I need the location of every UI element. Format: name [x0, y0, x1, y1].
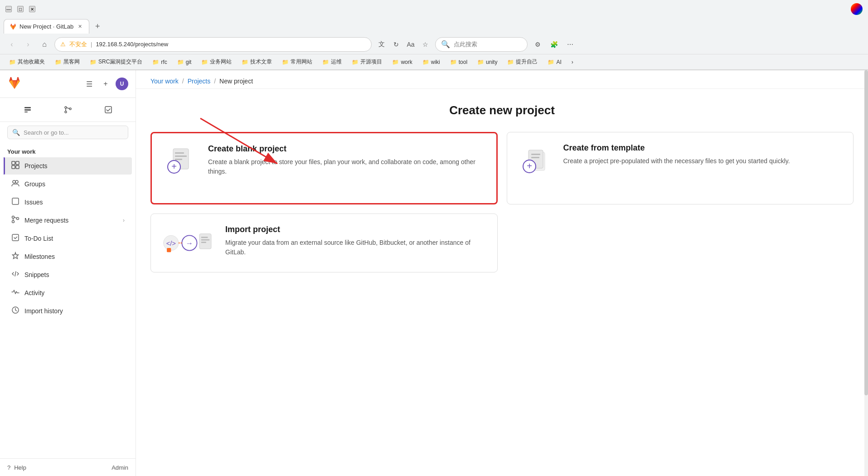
bookmark-commonweb[interactable]: 📁 常用网站 — [278, 57, 316, 67]
bookmark-git[interactable]: 📁 git — [174, 58, 195, 67]
sidebar-item-todo-list[interactable]: To-Do List — [4, 230, 132, 247]
bookmark-ai[interactable]: 📁 AI — [544, 58, 565, 67]
home-button[interactable]: ⌂ — [38, 38, 51, 51]
svg-point-3 — [65, 107, 67, 108]
bookmark-ops[interactable]: 📁 运维 — [319, 57, 345, 67]
sidebar-item-projects[interactable]: Projects — [4, 157, 132, 175]
reload-button[interactable]: ↻ — [390, 38, 402, 51]
scrollbar-thumb[interactable] — [864, 70, 868, 395]
address-bar: ‹ › ⌂ ⚠ 不安全 | 192.168.5.240/projects/new… — [0, 34, 868, 54]
sidebar-item-milestones[interactable]: Milestones — [4, 248, 132, 265]
bookmark-hackerweb[interactable]: 📁 黑客网 — [51, 57, 83, 67]
forward-button[interactable]: › — [22, 38, 34, 51]
extensions-button[interactable]: 🧩 — [548, 38, 560, 51]
svg-rect-22 — [175, 152, 184, 154]
sidebar-toggle-button[interactable]: ☰ — [83, 78, 96, 90]
your-work-section-label: Your work — [0, 143, 136, 157]
todo-list-icon — [11, 233, 20, 243]
browser-search-box[interactable]: 🔍 — [435, 37, 528, 52]
template-title: Create from template — [563, 143, 790, 153]
reader-mode-button[interactable]: Aa — [404, 38, 417, 51]
maximize-button[interactable]: □ — [17, 6, 24, 12]
user-avatar[interactable]: U — [116, 78, 128, 90]
bookmark-src[interactable]: 📁 SRC漏洞提交平台 — [86, 57, 146, 67]
sidebar-item-merge-requests[interactable]: Merge requests › — [4, 212, 132, 229]
bookmark-improve[interactable]: 📁 提升自己 — [504, 57, 541, 67]
breadcrumb-separator-2: / — [214, 78, 216, 85]
window-controls: — □ ✕ — [5, 6, 35, 12]
bookmark-folder-icon: 📁 — [548, 59, 554, 65]
svg-text:→: → — [186, 239, 194, 248]
main-layout: ☰ + U 🔍 Search or go to... You — [0, 70, 868, 476]
bookmark-label: 提升自己 — [516, 58, 538, 66]
tab-close-button[interactable]: ✕ — [76, 23, 83, 30]
blank-project-description: Create a blank project to store your fil… — [208, 157, 485, 176]
url-bar[interactable]: ⚠ 不安全 | 192.168.5.240/projects/new — [54, 37, 372, 52]
bookmark-overflow[interactable]: › — [568, 58, 577, 67]
bookmark-tool[interactable]: 📁 tool — [446, 58, 471, 67]
breadcrumb-your-work-link[interactable]: Your work — [150, 78, 179, 85]
sidebar-checklist-icon-btn[interactable] — [99, 102, 117, 118]
bookmark-unity[interactable]: 📁 unity — [474, 58, 501, 67]
bookmark-bizweb[interactable]: 📁 业务网站 — [198, 57, 235, 67]
sidebar-merge-icon-btn[interactable] — [59, 102, 77, 118]
template-content: Create from template Create a project pr… — [563, 143, 790, 166]
translate-button[interactable]: 文 — [375, 38, 388, 51]
settings-button[interactable]: ⚙ — [531, 38, 544, 51]
sidebar-item-snippets[interactable]: Snippets — [4, 266, 132, 283]
search-input[interactable] — [454, 41, 522, 48]
browser-profile-icon[interactable] — [851, 3, 863, 15]
import-project-title: Import project — [225, 225, 486, 234]
bookmark-techarticle[interactable]: 📁 技术文章 — [238, 57, 276, 67]
back-button[interactable]: ‹ — [5, 38, 18, 51]
create-from-template-card[interactable]: + Create from template Create a project … — [507, 132, 854, 204]
search-icon: 🔍 — [12, 129, 20, 136]
sidebar-item-import-history[interactable]: Import history — [4, 302, 132, 320]
bookmark-wiki[interactable]: 📁 wiki — [419, 58, 444, 67]
sidebar-item-activity[interactable]: Activity — [4, 284, 132, 301]
bookmark-work[interactable]: 📁 work — [388, 58, 416, 67]
milestones-icon — [11, 252, 20, 262]
bookmark-folder-icon: 📁 — [55, 59, 62, 65]
close-button[interactable]: ✕ — [29, 6, 35, 12]
bookmark-label: 黑客网 — [63, 58, 80, 66]
sidebar: ☰ + U 🔍 Search or go to... You — [0, 70, 136, 476]
import-history-icon — [11, 306, 20, 316]
sidebar-search-button[interactable]: 🔍 Search or go to... — [7, 126, 128, 139]
gitlab-logo[interactable] — [7, 76, 22, 92]
sidebar-item-issues[interactable]: Issues — [4, 194, 132, 211]
bookmark-star-button[interactable]: ☆ — [419, 38, 432, 51]
menu-button[interactable]: ⋯ — [564, 38, 577, 51]
svg-rect-23 — [175, 155, 187, 157]
svg-rect-24 — [175, 159, 182, 160]
bookmark-folder-icon: 📁 — [322, 59, 329, 65]
help-button[interactable]: ? Help — [7, 464, 26, 471]
bookmark-other-collections[interactable]: 📁 其他收藏夹 — [5, 57, 48, 67]
active-tab[interactable]: New Project · GitLab ✕ — [4, 19, 89, 34]
sidebar-issues-icon-btn[interactable] — [19, 102, 37, 118]
svg-rect-8 — [16, 161, 19, 165]
create-blank-project-card[interactable]: + Create blank project Create a blank pr… — [150, 132, 498, 204]
admin-button[interactable]: Admin — [112, 464, 128, 471]
bookmark-folder-icon: 📁 — [90, 59, 97, 65]
import-project-content: Import project Migrate your data from an… — [225, 225, 486, 257]
bookmark-label: tool — [459, 59, 467, 65]
bookmark-folder-icon: 📁 — [242, 59, 248, 65]
address-bar-actions: 文 ↻ Aa ☆ — [375, 38, 432, 51]
bookmark-label: 常用网站 — [291, 58, 312, 66]
sidebar-icon-bar — [0, 98, 136, 122]
sidebar-add-button[interactable]: + — [99, 78, 112, 90]
bookmark-rfc[interactable]: 📁 rfc — [149, 58, 170, 67]
svg-text:</>: </> — [166, 240, 176, 247]
bookmark-label: SRC漏洞提交平台 — [98, 58, 142, 66]
browser-title-bar: — □ ✕ New Project · GitLab ✕ + ‹ › ⌂ — [0, 0, 868, 70]
bookmark-label: 技术文章 — [250, 58, 272, 66]
sidebar-item-groups[interactable]: Groups — [4, 175, 132, 193]
bookmark-opensource[interactable]: 📁 开源项目 — [348, 57, 386, 67]
new-tab-button[interactable]: + — [91, 20, 104, 33]
import-project-card[interactable]: </> → — [150, 214, 498, 272]
svg-rect-10 — [16, 165, 19, 169]
breadcrumb-projects-link[interactable]: Projects — [188, 78, 211, 85]
svg-rect-39 — [199, 234, 211, 249]
minimize-button[interactable]: — — [5, 6, 12, 12]
